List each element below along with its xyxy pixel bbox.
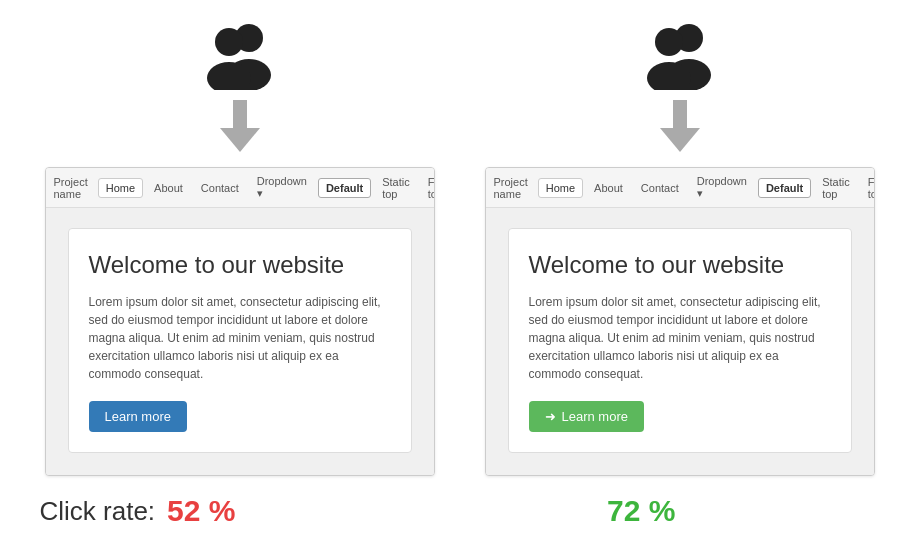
learn-more-button-b[interactable]: ➜ Learn more <box>529 401 644 432</box>
content-body-b: Lorem ipsum dolor sit amet, consectetur … <box>529 293 831 383</box>
content-title-b: Welcome to our website <box>529 251 831 279</box>
content-card-a: Welcome to our website Lorem ipsum dolor… <box>68 228 412 453</box>
nav-contact-a[interactable]: Contact <box>194 179 246 197</box>
nav-brand-b: Project name <box>494 176 528 200</box>
browser-mockup-a: Project name Home About Contact Dropdown… <box>45 167 435 476</box>
arrow-right-icon: ➜ <box>545 409 556 424</box>
nav-brand-a: Project name <box>54 176 88 200</box>
users-icon-b <box>635 20 725 90</box>
nav-fixedtop-b[interactable]: Fixed top <box>861 173 875 203</box>
nav-home-b[interactable]: Home <box>538 178 583 198</box>
browser-content-b: Welcome to our website Lorem ipsum dolor… <box>486 208 874 475</box>
nav-home-a[interactable]: Home <box>98 178 143 198</box>
nav-dropdown-b[interactable]: Dropdown <box>690 172 754 203</box>
svg-marker-6 <box>220 128 260 152</box>
variants-container: Project name Home About Contact Dropdown… <box>10 20 909 476</box>
content-title-a: Welcome to our website <box>89 251 391 279</box>
browser-nav-b: Project name Home About Contact Dropdown… <box>486 168 874 208</box>
down-arrow-icon <box>220 100 260 155</box>
down-arrow-icon-b <box>660 100 700 155</box>
nav-about-a[interactable]: About <box>147 179 190 197</box>
variant-a: Project name Home About Contact Dropdown… <box>40 20 440 476</box>
nav-statictop-b[interactable]: Static top <box>815 173 857 203</box>
nav-about-b[interactable]: About <box>587 179 630 197</box>
svg-point-9 <box>655 28 683 56</box>
nav-fixedtop-a[interactable]: Fixed top <box>421 173 435 203</box>
users-icon <box>195 20 285 90</box>
svg-point-2 <box>215 28 243 56</box>
click-rate-label-a: Click rate: <box>40 496 156 527</box>
nav-default-a[interactable]: Default <box>318 178 371 198</box>
variant-b: Project name Home About Contact Dropdown… <box>480 20 880 476</box>
click-rate-a: Click rate: 52 % <box>40 494 440 528</box>
content-card-b: Welcome to our website Lorem ipsum dolor… <box>508 228 852 453</box>
learn-more-button-a[interactable]: Learn more <box>89 401 187 432</box>
nav-contact-b[interactable]: Contact <box>634 179 686 197</box>
content-body-a: Lorem ipsum dolor sit amet, consectetur … <box>89 293 391 383</box>
click-rates-container: Click rate: 52 % Click rate: 72 % <box>10 494 909 528</box>
click-rate-value-b: 72 % <box>607 494 675 528</box>
click-rate-b: Click rate: 72 % <box>480 494 880 528</box>
browser-nav-a: Project name Home About Contact Dropdown… <box>46 168 434 208</box>
svg-rect-5 <box>233 100 247 130</box>
svg-marker-12 <box>660 128 700 152</box>
learn-more-label-b: Learn more <box>562 409 628 424</box>
browser-mockup-b: Project name Home About Contact Dropdown… <box>485 167 875 476</box>
nav-dropdown-a[interactable]: Dropdown <box>250 172 314 203</box>
browser-content-a: Welcome to our website Lorem ipsum dolor… <box>46 208 434 475</box>
svg-rect-11 <box>673 100 687 130</box>
click-rate-value-a: 52 % <box>167 494 235 528</box>
nav-default-b[interactable]: Default <box>758 178 811 198</box>
nav-statictop-a[interactable]: Static top <box>375 173 417 203</box>
